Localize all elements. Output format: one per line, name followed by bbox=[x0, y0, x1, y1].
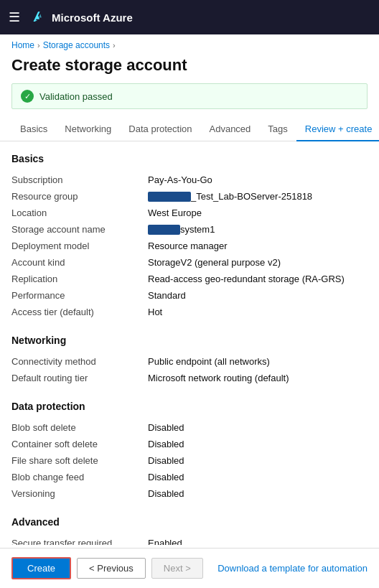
value-storage-account-name: system1 bbox=[148, 224, 368, 235]
field-blob-soft-delete: Blob soft delete Disabled bbox=[11, 419, 368, 436]
label-account-kind: Account kind bbox=[11, 257, 148, 268]
field-account-kind: Account kind StorageV2 (general purpose … bbox=[11, 254, 368, 271]
field-storage-account-name: Storage account name system1 bbox=[11, 221, 368, 238]
field-resource-group: Resource group _Test_Lab-BOServer-251818 bbox=[11, 188, 368, 205]
redact-bar-rg bbox=[148, 192, 191, 202]
field-file-share-soft-delete: File share soft delete Disabled bbox=[11, 452, 368, 469]
section-data-protection: Data protection Blob soft delete Disable… bbox=[11, 401, 368, 502]
scrollable-content: Home › Storage accounts › Create storage… bbox=[0, 34, 379, 545]
field-location: Location West Europe bbox=[11, 205, 368, 221]
value-resource-group: _Test_Lab-BOServer-251818 bbox=[148, 191, 368, 202]
value-subscription: Pay-As-You-Go bbox=[148, 174, 368, 185]
field-versioning: Versioning Disabled bbox=[11, 485, 368, 502]
value-blob-change-feed: Disabled bbox=[148, 472, 368, 482]
label-secure-transfer: Secure transfer required bbox=[11, 538, 148, 545]
field-deployment-model: Deployment model Resource manager bbox=[11, 238, 368, 254]
tab-tags[interactable]: Tags bbox=[259, 118, 296, 141]
label-location: Location bbox=[11, 207, 148, 218]
app-name: Microsoft Azure bbox=[52, 11, 133, 24]
label-routing-tier: Default routing tier bbox=[11, 373, 148, 383]
label-replication: Replication bbox=[11, 274, 148, 284]
section-basics-title: Basics bbox=[11, 153, 368, 164]
field-performance: Performance Standard bbox=[11, 287, 368, 304]
value-blob-soft-delete: Disabled bbox=[148, 422, 368, 433]
breadcrumb-sep-2: › bbox=[113, 41, 116, 50]
field-access-tier: Access tier (default) Hot bbox=[11, 304, 368, 320]
label-resource-group: Resource group bbox=[11, 191, 148, 202]
field-subscription: Subscription Pay-As-You-Go bbox=[11, 172, 368, 188]
label-storage-account-name: Storage account name bbox=[11, 224, 148, 235]
field-blob-change-feed: Blob change feed Disabled bbox=[11, 469, 368, 485]
breadcrumb-home[interactable]: Home bbox=[11, 40, 34, 50]
section-data-protection-title: Data protection bbox=[11, 401, 368, 412]
tab-data-protection[interactable]: Data protection bbox=[120, 118, 200, 141]
label-blob-change-feed: Blob change feed bbox=[11, 472, 148, 482]
value-location: West Europe bbox=[148, 207, 368, 218]
value-replication: Read-access geo-redundant storage (RA-GR… bbox=[148, 274, 368, 284]
breadcrumb-storage-accounts[interactable]: Storage accounts bbox=[43, 40, 110, 50]
redact-bar-san bbox=[148, 225, 180, 235]
app-logo: Microsoft Azure bbox=[29, 9, 133, 26]
label-deployment-model: Deployment model bbox=[11, 241, 148, 251]
value-account-kind: StorageV2 (general purpose v2) bbox=[148, 257, 368, 268]
label-blob-soft-delete: Blob soft delete bbox=[11, 422, 148, 433]
label-subscription: Subscription bbox=[11, 174, 148, 185]
tabs-container: Basics Networking Data protection Advanc… bbox=[0, 118, 379, 141]
section-advanced: Advanced Secure transfer required Enable… bbox=[11, 516, 368, 545]
field-routing-tier: Default routing tier Microsoft network r… bbox=[11, 370, 368, 386]
page-title: Create storage account bbox=[0, 53, 379, 83]
value-performance: Standard bbox=[148, 290, 368, 301]
value-connectivity-method: Public endpoint (all networks) bbox=[148, 356, 368, 367]
section-networking: Networking Connectivity method Public en… bbox=[11, 335, 368, 386]
value-routing-tier: Microsoft network routing (default) bbox=[148, 373, 368, 383]
label-versioning: Versioning bbox=[11, 488, 148, 499]
section-basics: Basics Subscription Pay-As-You-Go Resour… bbox=[11, 153, 368, 320]
label-access-tier: Access tier (default) bbox=[11, 307, 148, 317]
create-button[interactable]: Create bbox=[11, 557, 71, 579]
previous-button[interactable]: < Previous bbox=[77, 558, 146, 579]
field-secure-transfer: Secure transfer required Enabled bbox=[11, 535, 368, 545]
validation-message: Validation passed bbox=[39, 91, 113, 102]
download-template-link[interactable]: Download a template for automation bbox=[217, 563, 368, 574]
field-container-soft-delete: Container soft delete Disabled bbox=[11, 436, 368, 452]
breadcrumb: Home › Storage accounts › bbox=[0, 34, 379, 53]
label-container-soft-delete: Container soft delete bbox=[11, 439, 148, 449]
value-versioning: Disabled bbox=[148, 488, 368, 499]
footer: Create < Previous Next > Download a temp… bbox=[0, 548, 379, 588]
azure-logo-icon bbox=[29, 9, 46, 26]
validation-check-icon: ✓ bbox=[21, 90, 34, 103]
value-container-soft-delete: Disabled bbox=[148, 439, 368, 449]
next-button[interactable]: Next > bbox=[151, 558, 203, 579]
field-connectivity-method: Connectivity method Public endpoint (all… bbox=[11, 353, 368, 370]
tab-basics[interactable]: Basics bbox=[11, 118, 56, 141]
value-secure-transfer: Enabled bbox=[148, 538, 368, 545]
hamburger-icon[interactable]: ☰ bbox=[9, 9, 20, 25]
topbar: ☰ Microsoft Azure bbox=[0, 0, 379, 34]
value-resource-group-suffix: _Test_Lab-BOServer-251818 bbox=[191, 191, 312, 202]
tab-review-create[interactable]: Review + create bbox=[296, 118, 379, 141]
validation-banner: ✓ Validation passed bbox=[11, 83, 368, 109]
label-performance: Performance bbox=[11, 290, 148, 301]
value-storage-account-suffix: system1 bbox=[180, 224, 215, 235]
label-connectivity-method: Connectivity method bbox=[11, 356, 148, 367]
section-advanced-title: Advanced bbox=[11, 516, 368, 528]
field-replication: Replication Read-access geo-redundant st… bbox=[11, 271, 368, 287]
value-file-share-soft-delete: Disabled bbox=[148, 455, 368, 466]
tab-networking[interactable]: Networking bbox=[56, 118, 120, 141]
label-file-share-soft-delete: File share soft delete bbox=[11, 455, 148, 466]
value-access-tier: Hot bbox=[148, 307, 368, 317]
value-deployment-model: Resource manager bbox=[148, 241, 368, 251]
section-networking-title: Networking bbox=[11, 335, 368, 346]
tab-advanced[interactable]: Advanced bbox=[201, 118, 260, 141]
content-area: Basics Subscription Pay-As-You-Go Resour… bbox=[0, 141, 379, 545]
breadcrumb-sep-1: › bbox=[37, 41, 40, 50]
